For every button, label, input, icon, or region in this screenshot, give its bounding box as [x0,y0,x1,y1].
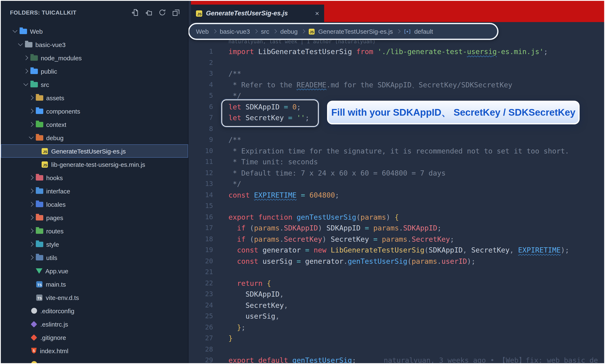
tree-item[interactable] [1,357,188,363]
collapse-all-icon[interactable] [172,9,180,16]
tree-item-label: debug [46,134,64,141]
line-number: 12 [188,168,213,179]
ts-icon: TS [36,281,42,287]
tree-item-pages[interactable]: pages [1,211,188,224]
code-line: 1import LibGenerateTestUserSig from './l… [188,46,604,57]
tree-item-lib-generate-test-usersig-es.min.js[interactable]: JSlib-generate-test-usersig-es.min.js [1,158,188,171]
chevron-right-icon[interactable] [28,123,35,126]
tree-item-index.html[interactable]: 5index.html [1,344,188,357]
chevron-right-icon[interactable] [23,69,29,73]
tree-item-label: public [41,68,57,75]
code-highlight-box [221,99,319,127]
tree-item-vite-env.d.ts[interactable]: TSvite-env.d.ts [1,291,188,304]
breadcrumb-item-debug[interactable]: debug [280,28,298,35]
tree-item-locales[interactable]: locales [1,198,188,211]
tree-item-node_modules[interactable]: node_modules [1,51,188,65]
tree-item-Web[interactable]: Web [1,25,188,38]
breadcrumb-item-default[interactable]: default [414,28,433,35]
line-number: 15 [188,200,213,211]
new-folder-icon[interactable] [145,9,152,16]
tab-title: GenerateTestUserSig-es.js [206,10,311,17]
tree-item-GenerateTestUserSig-es.js[interactable]: JSGenerateTestUserSig-es.js [1,144,188,158]
line-number: 2 [188,57,213,68]
assets-folder-icon [36,95,43,101]
code-line: 21 [188,267,604,278]
tree-item-label: src [41,81,49,88]
chevron-right-icon[interactable] [28,189,35,193]
breadcrumb-item-basic-vue3[interactable]: basic-vue3 [220,28,250,35]
tree-item-label: context [46,121,66,128]
folder-icon [25,42,32,47]
chevron-right-icon [254,30,257,33]
editor-tab[interactable]: JS GenerateTestUserSig-es.js × [191,5,324,22]
chevron-right-icon[interactable] [28,256,35,259]
code-line: 22 return { [188,278,604,289]
tree-item-utils[interactable]: utils [1,251,188,264]
tree-item-.editorconfig[interactable]: .editorconfig [1,304,188,317]
line-number: 22 [188,278,213,289]
tree-item-App.vue[interactable]: App.vue [1,264,188,277]
breadcrumb-item-web[interactable]: Web [196,28,209,35]
tree-item-basic-vue3[interactable]: basic-vue3 [1,38,188,51]
chevron-down-icon[interactable] [12,30,18,32]
vue-icon [36,268,42,273]
line-number: 19 [188,245,213,256]
line-number: 17 [188,222,213,234]
tree-item-debug[interactable]: debug [1,131,188,144]
breadcrumb-item-file[interactable]: GenerateTestUserSig-es.js [318,28,393,35]
chevron-down-icon[interactable] [23,84,29,85]
code-line: 17 if (params.SDKAppID) SDKAppID = param… [188,222,604,234]
tree-item-interface[interactable]: interface [1,184,188,198]
js-icon: JS [309,28,315,34]
line-number: 26 [188,322,213,333]
tree-item-.gitignore[interactable]: .gitignore [1,331,188,344]
tree-item-routes[interactable]: routes [1,224,188,237]
close-icon[interactable]: × [315,10,319,17]
interface-folder-icon [36,188,43,194]
tree-item-hooks[interactable]: hooks [1,171,188,184]
chevron-right-icon[interactable] [28,229,35,233]
src-folder-icon [30,82,38,87]
tree-item-src[interactable]: src [1,78,188,91]
code-line: 15 [188,200,604,211]
tree-item-context[interactable]: context [1,118,188,131]
code-line: 23 SDKAppID, [188,289,604,300]
code-editor[interactable]: 1import LibGenerateTestUserSig from './l… [188,46,604,364]
chevron-right-icon[interactable] [28,243,35,246]
context-folder-icon [36,122,43,127]
line-number: 1 [188,46,213,57]
tree-item-label: lib-generate-test-usersig-es.min.js [51,161,145,168]
tree-item-label: GenerateTestUserSig-es.js [51,147,126,155]
code-line: 11 * Time unit: seconds [188,156,604,168]
tree-item-label: node_modules [41,54,82,61]
line-number: 18 [188,234,213,245]
chevron-down-icon[interactable] [28,137,35,139]
tree-item-label: locales [46,201,66,208]
line-number: 5 [188,90,213,101]
tree-item-assets[interactable]: assets [1,91,188,104]
code-line: 13 */ [188,179,604,190]
tree-item-components[interactable]: components [1,104,188,118]
chevron-right-icon[interactable] [28,203,35,206]
line-number: 27 [188,333,213,344]
code-line: 19 const generator = new LibGenerateTest… [188,245,604,256]
tree-item-label: interface [46,187,70,195]
new-file-icon[interactable] [131,9,139,16]
breadcrumb-item-src[interactable]: src [261,28,269,35]
chevron-down-icon[interactable] [17,44,24,45]
tree-item-style[interactable]: style [1,237,188,251]
tree-item-public[interactable]: public [1,65,188,78]
tree-item-.eslintrc.js[interactable]: .eslintrc.js [1,317,188,331]
code-line: 2 [188,57,604,68]
tree-item-main.ts[interactable]: TSmain.ts [1,277,188,291]
refresh-icon[interactable] [158,9,166,16]
line-number: 25 [188,311,213,322]
code-line: 9/** [188,134,604,145]
chevron-right-icon[interactable] [28,96,35,99]
chevron-right-icon[interactable] [28,109,35,113]
node-modules-folder-icon [30,55,38,61]
chevron-right-icon[interactable] [28,176,35,179]
chevron-right-icon[interactable] [28,216,35,219]
chevron-right-icon[interactable] [23,56,29,60]
tree-item-label: index.html [40,347,68,354]
